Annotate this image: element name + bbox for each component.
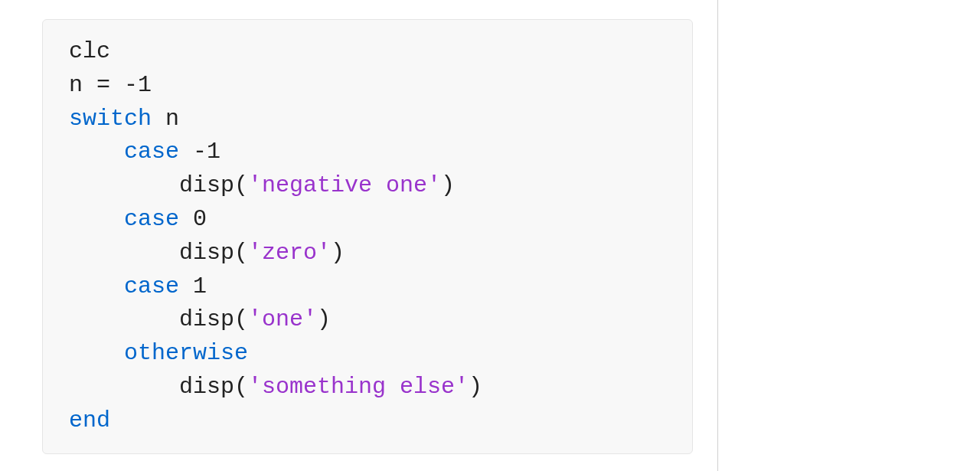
code-str-2: 'zero' — [248, 240, 331, 266]
keyword-case-1: case — [69, 139, 179, 165]
code-str-3: 'one' — [248, 306, 317, 332]
code-line-2b: -1 — [124, 72, 152, 98]
code-var-n: n — [152, 106, 179, 132]
code-disp-1b: ) — [441, 172, 455, 198]
code-disp-4b: ) — [469, 374, 482, 400]
keyword-case-3: case — [69, 273, 179, 299]
keyword-otherwise: otherwise — [69, 340, 248, 366]
code-disp-3a: disp( — [69, 306, 248, 332]
keyword-case-2: case — [69, 206, 179, 232]
code-val-neg1: -1 — [179, 139, 220, 165]
keyword-end: end — [69, 407, 110, 433]
code-disp-2a: disp( — [69, 240, 248, 266]
code-disp-2b: ) — [331, 240, 345, 266]
code-line-2a: n = — [69, 72, 124, 98]
code-disp-4a: disp( — [69, 374, 248, 400]
code-str-1: 'negative one' — [248, 172, 441, 198]
keyword-switch: switch — [69, 106, 152, 132]
code-line-1: clc — [69, 38, 110, 64]
code-disp-3b: ) — [317, 306, 331, 332]
code-block: clc n = -1 switch n case -1 disp('negati… — [42, 19, 693, 454]
code-str-4: 'something else' — [248, 374, 469, 400]
code-disp-1a: disp( — [69, 172, 248, 198]
vertical-divider — [717, 0, 718, 471]
code-val-0: 0 — [179, 206, 207, 232]
code-val-1: 1 — [179, 273, 207, 299]
